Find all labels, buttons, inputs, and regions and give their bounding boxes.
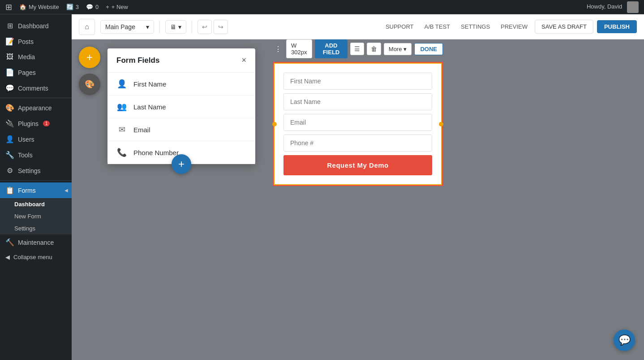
admin-bar: ⊞ 🏠 My Website 🔄 3 💬 0 + + New Howdy, Da… xyxy=(0,0,644,14)
form-widget-inner: Request My Demo xyxy=(274,63,442,185)
palette-icon: 🎨 xyxy=(85,79,94,89)
appearance-icon: 🎨 xyxy=(5,104,14,112)
preview-link[interactable]: PREVIEW xyxy=(497,21,531,33)
form-widget: Request My Demo xyxy=(273,62,443,186)
first-name-field[interactable] xyxy=(283,73,432,90)
comments-icon: 💬 xyxy=(86,4,93,10)
chat-icon: 💬 xyxy=(618,334,631,346)
done-button[interactable]: DONE xyxy=(414,43,443,55)
page-selector-dropdown[interactable]: Main Page ▾ xyxy=(100,20,154,34)
save-draft-button[interactable]: SAVE AS DRAFT xyxy=(535,20,593,34)
redo-button[interactable]: ↪ xyxy=(214,20,228,34)
pages-icon: 📄 xyxy=(5,68,14,77)
dashboard-icon: ⊞ xyxy=(5,22,14,30)
forms-sub-new[interactable]: New Form xyxy=(0,210,72,222)
site-name[interactable]: 🏠 My Website xyxy=(19,4,59,10)
chat-widget-button[interactable]: 💬 xyxy=(614,330,635,351)
new-button[interactable]: + + New xyxy=(106,4,128,10)
chevron-down-icon: ▾ xyxy=(178,23,181,30)
panel-header: Form Fields × xyxy=(107,48,255,73)
field-item-first-name[interactable]: 👤 First Name xyxy=(107,73,255,95)
last-name-field[interactable] xyxy=(283,93,432,110)
sidebar-item-plugins[interactable]: 🔌 Plugins 1 xyxy=(0,116,72,131)
left-resize-handle[interactable] xyxy=(272,122,277,126)
sidebar-item-forms[interactable]: 📋 Forms ◀ xyxy=(0,182,72,198)
updates-icon: 🔄 xyxy=(66,4,73,10)
media-icon: 🖼 xyxy=(5,53,14,61)
sidebar-item-settings[interactable]: ⚙ Settings xyxy=(0,163,72,178)
forms-icon: 📋 xyxy=(5,186,14,195)
right-resize-handle[interactable] xyxy=(439,122,443,126)
drag-handle-icon[interactable]: ⋮ xyxy=(273,43,283,55)
wp-logo-icon: ⊞ xyxy=(5,2,12,12)
canvas-left-actions: + 🎨 xyxy=(79,47,100,95)
sidebar-item-pages[interactable]: 📄 Pages xyxy=(0,65,72,80)
sidebar-item-appearance[interactable]: 🎨 Appearance xyxy=(0,100,72,116)
trash-icon: 🗑 xyxy=(371,45,377,52)
align-button[interactable]: ☰ xyxy=(350,43,364,55)
panel-close-button[interactable]: × xyxy=(241,56,246,65)
undo-button[interactable]: ↩ xyxy=(197,20,212,34)
builder-toolbar: ⌂ Main Page ▾ 🖥 ▾ ↩ ↪ SUPPORT xyxy=(72,14,644,39)
redo-icon: ↪ xyxy=(218,23,223,30)
support-link[interactable]: SUPPORT xyxy=(382,21,417,33)
home-icon: ⌂ xyxy=(85,23,89,31)
main-layout: ⊞ Dashboard 📝 Posts 🖼 Media 📄 Pages 💬 Co… xyxy=(0,14,644,360)
phone-field[interactable] xyxy=(283,134,432,152)
plugins-icon: 🔌 xyxy=(5,119,14,128)
ab-test-link[interactable]: A/B TEST xyxy=(421,21,454,33)
device-selector-button[interactable]: 🖥 ▾ xyxy=(165,20,186,34)
users-icon: 👤 xyxy=(5,135,14,143)
settings-link[interactable]: SETTINGS xyxy=(457,21,494,33)
plus-icon: + xyxy=(178,158,185,170)
form-submit-button[interactable]: Request My Demo xyxy=(283,155,432,175)
posts-icon: 📝 xyxy=(5,37,14,46)
plus-icon: + xyxy=(86,51,93,64)
comments-button[interactable]: 💬 0 xyxy=(86,4,99,10)
field-item-email[interactable]: ✉ Email xyxy=(107,118,255,141)
person-icon: 👤 xyxy=(116,79,127,89)
add-field-button[interactable]: ADD FIELD xyxy=(315,39,348,58)
collapse-menu-button[interactable]: ◀ Collapse menu xyxy=(0,250,72,264)
updates-button[interactable]: 🔄 3 xyxy=(66,4,79,10)
sidebar-item-dashboard[interactable]: ⊞ Dashboard xyxy=(0,18,72,34)
sidebar-divider-1 xyxy=(0,98,72,98)
sidebar-item-maintenance[interactable]: 🔨 Maintenance xyxy=(0,234,72,250)
panel-title: Form Fields xyxy=(116,56,159,65)
home-icon: 🏠 xyxy=(19,4,26,10)
email-icon: ✉ xyxy=(116,125,127,134)
group-icon: 👥 xyxy=(116,102,127,112)
form-widget-container: ⋮ W 302px ADD FIELD ☰ 🗑 More ▾ xyxy=(273,62,443,186)
sidebar-item-users[interactable]: 👤 Users xyxy=(0,131,72,147)
sidebar-item-media[interactable]: 🖼 Media xyxy=(0,49,72,65)
collapse-icon: ◀ xyxy=(5,254,10,260)
forms-sub-settings[interactable]: Settings xyxy=(0,222,72,234)
sidebar-item-tools[interactable]: 🔧 Tools xyxy=(0,147,72,163)
field-item-last-name[interactable]: 👥 Last Name xyxy=(107,95,255,118)
sidebar: ⊞ Dashboard 📝 Posts 🖼 Media 📄 Pages 💬 Co… xyxy=(0,14,72,360)
email-field[interactable] xyxy=(283,114,432,131)
chevron-down-icon: ▾ xyxy=(146,23,149,30)
form-fields-panel: Form Fields × 👤 First Name 👥 Last Name ✉… xyxy=(107,48,255,164)
more-button[interactable]: More ▾ xyxy=(384,43,412,55)
undo-icon: ↩ xyxy=(202,23,207,30)
admin-logo[interactable]: ⊞ xyxy=(5,2,12,12)
undo-redo-group: ↩ ↪ xyxy=(197,20,228,34)
builder-canvas: + 🎨 ⋮ W 302px ADD FIELD ☰ xyxy=(72,39,644,360)
align-icon: ☰ xyxy=(354,45,360,52)
field-toolbar: ⋮ W 302px ADD FIELD ☰ 🗑 More ▾ xyxy=(273,39,443,58)
add-element-button[interactable]: + xyxy=(79,47,100,68)
user-greeting: Howdy, David xyxy=(587,1,639,13)
forms-arrow-icon: ◀ xyxy=(64,188,68,193)
comments-nav-icon: 💬 xyxy=(5,84,14,92)
sidebar-item-posts[interactable]: 📝 Posts xyxy=(0,34,72,49)
sidebar-divider-2 xyxy=(0,180,72,181)
toolbar-home-button[interactable]: ⌂ xyxy=(79,19,95,35)
delete-button[interactable]: 🗑 xyxy=(367,43,381,55)
panel-add-field-button[interactable]: + xyxy=(172,154,191,174)
forms-sub-dashboard[interactable]: Dashboard xyxy=(0,198,72,210)
appearance-button[interactable]: 🎨 xyxy=(79,74,100,95)
user-avatar xyxy=(627,1,639,13)
sidebar-item-comments[interactable]: 💬 Comments xyxy=(0,80,72,96)
publish-button[interactable]: PUBLISH xyxy=(597,20,637,33)
